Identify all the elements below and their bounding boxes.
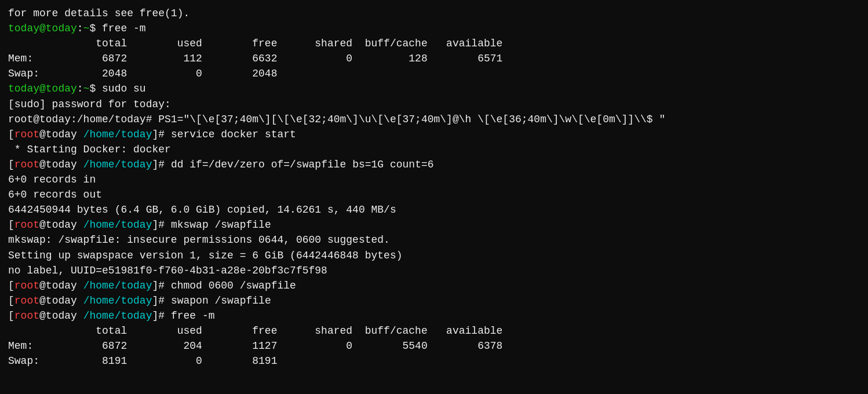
terminal-container: for more details see free(1). today@toda…	[8, 6, 860, 369]
line-2: today@today:~$ free -m	[8, 21, 860, 36]
line-18: no label, UUID=e51981f0-f760-4b31-a28e-2…	[8, 263, 860, 278]
line-9: [root@today /home/today]# service docker…	[8, 127, 860, 142]
line-19: [root@today /home/today]# chmod 0600 /sw…	[8, 278, 860, 293]
line-11: [root@today /home/today]# dd if=/dev/zer…	[8, 157, 860, 172]
line-8: root@today:/home/today# PS1="\[\e[37;40m…	[8, 112, 860, 127]
line-4: Mem: 6872 112 6632 0 128 6571	[8, 51, 860, 66]
line-24: Swap: 8191 0 8191	[8, 353, 860, 369]
line-10: * Starting Docker: docker	[8, 142, 860, 157]
line-1: for more details see free(1).	[8, 6, 860, 21]
line-13: 6+0 records out	[8, 187, 860, 202]
line-15: [root@today /home/today]# mkswap /swapfi…	[8, 217, 860, 232]
line-3: total used free shared buff/cache availa…	[8, 36, 860, 51]
line-14: 6442450944 bytes (6.4 GB, 6.0 GiB) copie…	[8, 202, 860, 217]
line-23: Mem: 6872 204 1127 0 5540 6378	[8, 338, 860, 353]
line-5: Swap: 2048 0 2048	[8, 66, 860, 81]
line-7: [sudo] password for today:	[8, 97, 860, 112]
line-6: today@today:~$ sudo su	[8, 81, 860, 96]
line-12: 6+0 records in	[8, 172, 860, 187]
line-16: mkswap: /swapfile: insecure permissions …	[8, 232, 860, 247]
line-22: total used free shared buff/cache availa…	[8, 323, 860, 338]
line-21: [root@today /home/today]# free -m	[8, 308, 860, 323]
line-17: Setting up swapspace version 1, size = 6…	[8, 248, 860, 263]
line-20: [root@today /home/today]# swapon /swapfi…	[8, 293, 860, 308]
